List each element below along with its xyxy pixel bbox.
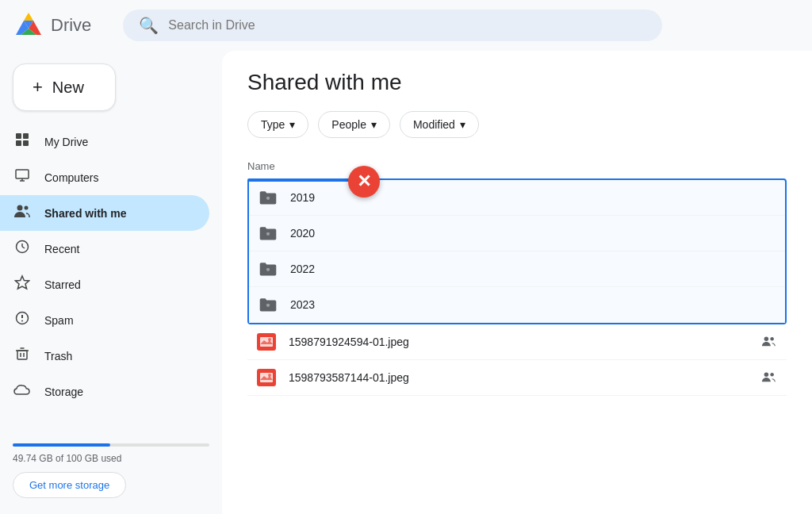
folder-shared-svg (259, 188, 278, 207)
people-icon (13, 203, 32, 223)
sidebar-label-starred: Starred (44, 278, 81, 291)
svg-rect-40 (260, 373, 273, 382)
shared-people-icon (761, 370, 777, 386)
sidebar-label-trash: Trash (44, 350, 72, 362)
search-icon: 🔍 (139, 16, 159, 35)
svg-point-28 (266, 197, 270, 200)
svg-point-44 (770, 373, 774, 377)
type-filter-label: Type (261, 118, 285, 131)
list-item[interactable]: 2020 (249, 216, 785, 251)
main-layout: + New My Drive Computers Shared with me (0, 51, 812, 514)
sidebar-item-trash[interactable]: Trash (0, 338, 209, 374)
list-item[interactable]: 1598791924594-01.jpeg (247, 324, 787, 360)
image-icon-svg (260, 373, 273, 382)
sidebar-label-storage: Storage (44, 386, 83, 398)
image-icon-svg (260, 337, 273, 347)
file-name: 1598793587144-01.jpeg (289, 371, 749, 384)
folder-icon (259, 224, 278, 243)
people-chevron-icon: ▾ (371, 118, 377, 131)
svg-line-17 (22, 247, 25, 248)
list-item[interactable]: 1598793587144-01.jpeg (247, 360, 787, 396)
svg-rect-9 (23, 140, 29, 146)
col-header-name: Name (247, 157, 787, 175)
sidebar-item-spam[interactable]: Spam (0, 302, 209, 338)
type-chevron-icon: ▾ (289, 118, 295, 131)
file-name: 2023 (290, 298, 776, 311)
sidebar-item-computers[interactable]: Computers (0, 159, 209, 195)
search-input[interactable] (168, 18, 646, 33)
sidebar-item-storage[interactable]: Storage (0, 374, 209, 409)
storage-bar-container (13, 443, 209, 447)
svg-rect-10 (16, 170, 29, 178)
storage-bar-fill (13, 443, 110, 447)
storage-used-text: 49.74 GB of 100 GB used (13, 453, 209, 464)
get-more-storage-button[interactable]: Get more storage (13, 472, 126, 498)
svg-point-14 (25, 206, 29, 210)
svg-rect-22 (17, 351, 27, 359)
svg-point-13 (17, 205, 23, 211)
monitor-icon (13, 167, 32, 187)
new-label: New (52, 79, 84, 97)
folder-shared-svg (259, 295, 278, 314)
svg-rect-6 (16, 133, 21, 139)
sidebar-item-shared-with-me[interactable]: Shared with me (0, 195, 209, 231)
svg-point-38 (764, 336, 768, 340)
image-file-icon (257, 368, 276, 387)
topbar: Drive 🔍 (0, 0, 812, 51)
sidebar-item-my-drive[interactable]: My Drive (0, 124, 209, 159)
content-area: Shared with me Type ▾ People ▾ Modified … (222, 51, 812, 514)
folder-shared-svg (259, 259, 278, 278)
type-filter-button[interactable]: Type ▾ (247, 111, 308, 138)
plus-icon: + (33, 77, 43, 98)
list-item[interactable]: 2019 (249, 180, 785, 216)
modified-filter-label: Modified (413, 118, 455, 131)
list-item[interactable]: 2023 (249, 287, 785, 323)
folder-icon (259, 295, 278, 314)
cloud-icon (13, 382, 32, 401)
sidebar-label-shared: Shared with me (44, 207, 126, 220)
sidebar: + New My Drive Computers Shared with me (0, 51, 222, 514)
storage-section: 49.74 GB of 100 GB used Get more storage (0, 434, 222, 508)
svg-point-21 (21, 320, 23, 322)
sidebar-label-recent: Recent (44, 243, 79, 255)
info-icon (13, 310, 32, 330)
file-name: 2022 (290, 263, 776, 275)
new-button[interactable]: + New (13, 63, 116, 111)
folder-icon (259, 188, 278, 207)
sidebar-item-recent[interactable]: Recent (0, 231, 209, 267)
svg-rect-35 (260, 337, 273, 347)
list-item[interactable]: 2022 (249, 251, 785, 287)
svg-point-32 (266, 268, 270, 271)
sidebar-label-my-drive: My Drive (44, 136, 88, 148)
trash-icon (13, 346, 32, 366)
sidebar-label-spam: Spam (44, 314, 74, 327)
people-filter-label: People (331, 118, 366, 131)
search-bar[interactable]: 🔍 (123, 10, 662, 41)
file-name: 1598791924594-01.jpeg (289, 336, 749, 348)
sidebar-item-starred[interactable]: Starred (0, 267, 209, 302)
svg-marker-3 (24, 13, 33, 21)
svg-point-37 (268, 338, 271, 341)
modified-filter-button[interactable]: Modified ▾ (400, 111, 479, 138)
grid-icon (13, 132, 32, 152)
deselect-button[interactable]: ✕ (348, 166, 380, 198)
clock-icon (13, 239, 32, 259)
sidebar-label-computers: Computers (44, 171, 98, 184)
shared-people-icon (761, 335, 777, 350)
svg-marker-18 (16, 276, 29, 289)
svg-point-30 (266, 232, 270, 236)
file-list: ✕ 2019 (247, 178, 787, 396)
folder-shared-svg (259, 224, 278, 243)
star-icon (13, 274, 32, 294)
folder-icon (259, 259, 278, 278)
svg-rect-8 (16, 140, 21, 146)
svg-point-34 (266, 304, 270, 307)
selection-box: ✕ 2019 (247, 178, 787, 324)
logo-text: Drive (51, 15, 91, 36)
svg-rect-7 (23, 133, 29, 139)
filter-bar: Type ▾ People ▾ Modified ▾ (247, 111, 787, 138)
svg-point-39 (770, 337, 774, 341)
people-filter-button[interactable]: People ▾ (318, 111, 390, 138)
selection-container: ✕ 2019 (247, 178, 787, 324)
logo-area: Drive (13, 10, 91, 41)
